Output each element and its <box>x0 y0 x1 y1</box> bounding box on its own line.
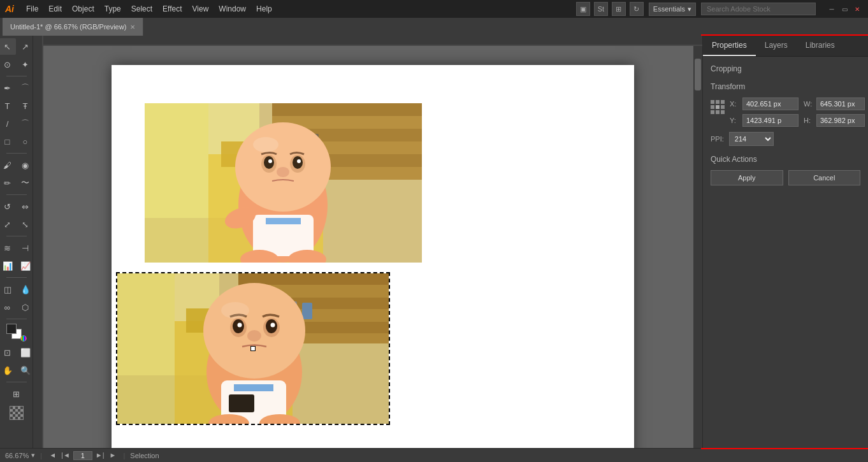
cancel-button[interactable]: Cancel <box>788 170 861 185</box>
grid-icon[interactable]: ⊞ <box>612 2 626 16</box>
vertical-scrollbar[interactable] <box>693 46 702 448</box>
zoom-tool[interactable]: 🔍 <box>17 362 34 379</box>
document-tab[interactable]: Untitled-1* @ 66.67% (RGB/Preview) ✕ <box>3 18 143 36</box>
document-icon[interactable]: ▣ <box>576 2 590 16</box>
reflect-tool[interactable]: ⇔ <box>17 198 34 215</box>
close-button[interactable]: ✕ <box>851 3 863 15</box>
magic-wand-tool[interactable]: ✦ <box>17 56 34 73</box>
svg-point-24 <box>277 167 289 177</box>
menu-help[interactable]: Help <box>252 3 277 15</box>
tab-layers[interactable]: Layers <box>756 36 797 56</box>
right-panel: Properties Layers Libraries Cropping Tra… <box>702 36 868 448</box>
rect-tool[interactable]: □ <box>0 133 16 150</box>
menu-effect[interactable]: Effect <box>158 3 186 15</box>
tab-libraries[interactable]: Libraries <box>797 36 844 56</box>
paint-brush-tool[interactable]: 🖌 <box>0 157 16 173</box>
bottom-image-selected[interactable] <box>116 272 390 425</box>
screen-mode-tool[interactable]: ⬜ <box>17 344 34 361</box>
maximize-button[interactable]: ▭ <box>839 3 850 15</box>
pen-tool[interactable]: ✒ <box>0 80 16 96</box>
gradient-tool[interactable]: ◫ <box>0 281 16 298</box>
direct-selection-tool[interactable]: ↗ <box>17 38 34 55</box>
tab-properties[interactable]: Properties <box>703 36 756 56</box>
h-input[interactable] <box>816 114 865 127</box>
menu-window[interactable]: Window <box>214 3 250 15</box>
tab-label: Untitled-1* @ 66.67% (RGB/Preview) <box>10 23 126 31</box>
ellipse-tool[interactable]: ○ <box>17 133 34 150</box>
rotate-tool[interactable]: ↺ <box>0 198 16 215</box>
last-page-button[interactable]: ►| <box>94 451 106 460</box>
bar-graph-tool[interactable]: 📈 <box>17 257 34 274</box>
workspace-selector[interactable]: Essentials ▾ <box>649 3 696 16</box>
menu-file[interactable]: File <box>22 3 43 15</box>
svg-rect-33 <box>117 273 175 425</box>
hand-tool[interactable]: ✋ <box>0 362 16 379</box>
lasso-tool-group: ⊙ ✦ <box>0 56 34 73</box>
line-tool[interactable]: / <box>0 115 16 132</box>
svg-point-23 <box>297 159 301 163</box>
menu-select[interactable]: Select <box>127 3 157 15</box>
pencil-tool[interactable]: ✏ <box>0 175 16 191</box>
zoom-group: ✋ 🔍 <box>0 362 34 379</box>
blob-tool[interactable]: ◉ <box>17 157 34 173</box>
svg-rect-26 <box>266 218 301 224</box>
svg-rect-42 <box>302 303 312 319</box>
svg-point-30 <box>253 137 278 152</box>
live-paint-tool[interactable]: ⬡ <box>17 299 34 315</box>
align-dot <box>721 100 725 104</box>
zoom-control[interactable]: 66.67% ▾ <box>5 451 35 459</box>
x-input[interactable] <box>742 97 799 110</box>
align-dot <box>721 110 725 114</box>
normal-view-tool[interactable]: ⊡ <box>0 344 16 361</box>
canvas-area[interactable] <box>33 36 702 448</box>
smooth-tool[interactable]: 〜 <box>17 175 34 191</box>
touch-type-tool[interactable]: Ŧ <box>17 97 34 114</box>
rotate-icon[interactable]: ↻ <box>630 2 644 16</box>
next-page-button[interactable]: ► <box>108 451 119 460</box>
color-swatch-area[interactable] <box>6 324 27 342</box>
minimize-button[interactable]: ─ <box>826 3 837 15</box>
menu-object[interactable]: Object <box>68 3 99 15</box>
paint-tool-group: 🖌 ◉ <box>0 157 34 173</box>
scroll-thumb[interactable] <box>695 59 701 90</box>
canvas-scroll-area[interactable] <box>43 46 702 448</box>
width-tool[interactable]: ⊣ <box>17 240 34 256</box>
scale-tool[interactable]: ⤢ <box>0 216 16 233</box>
prev-page-button[interactable]: ◄ <box>47 451 58 460</box>
blend-tool[interactable]: ∞ <box>0 299 16 315</box>
close-tab-button[interactable]: ✕ <box>130 24 135 31</box>
shear-tool[interactable]: ⤡ <box>17 216 34 233</box>
lasso-tool[interactable]: ⊙ <box>0 56 16 73</box>
align-dot <box>716 100 720 104</box>
arc-tool[interactable]: ⌒ <box>17 115 34 132</box>
column-graph-tool[interactable]: 📊 <box>0 257 16 274</box>
align-icon <box>711 97 725 114</box>
zoom-dropdown-icon[interactable]: ▾ <box>31 451 35 459</box>
menu-edit[interactable]: Edit <box>44 3 66 15</box>
align-dot <box>711 105 714 109</box>
selection-center-handle[interactable] <box>250 346 256 351</box>
w-input[interactable] <box>816 97 865 110</box>
type-tool[interactable]: T <box>0 97 16 114</box>
selection-tool[interactable]: ↖ <box>0 38 16 55</box>
svg-rect-58 <box>229 394 254 412</box>
window-controls: ─ ▭ ✕ <box>826 3 863 15</box>
tab-bar: Untitled-1* @ 66.67% (RGB/Preview) ✕ <box>0 18 868 36</box>
first-page-button[interactable]: |◄ <box>59 451 72 460</box>
warp-tool[interactable]: ≋ <box>0 240 16 256</box>
apply-button[interactable]: Apply <box>711 170 783 185</box>
stock-search-input[interactable] <box>701 3 816 15</box>
page-number-input[interactable] <box>73 451 92 460</box>
eyedropper-tool[interactable]: 💧 <box>17 281 34 298</box>
stock-icon[interactable]: St <box>594 2 608 16</box>
rotate-tool-group: ↺ ⇔ <box>0 198 34 215</box>
menu-type[interactable]: Type <box>100 3 126 15</box>
menu-view[interactable]: View <box>188 3 213 15</box>
artboard-tool[interactable]: ⊞ <box>8 386 25 402</box>
ppi-select[interactable]: 72 96 150 214 300 <box>729 132 774 146</box>
svg-rect-0 <box>43 36 702 46</box>
curvature-tool[interactable]: ⌒ <box>17 80 34 96</box>
separator-2 <box>6 153 27 154</box>
y-input[interactable] <box>742 114 799 127</box>
separator-1 <box>6 76 27 76</box>
